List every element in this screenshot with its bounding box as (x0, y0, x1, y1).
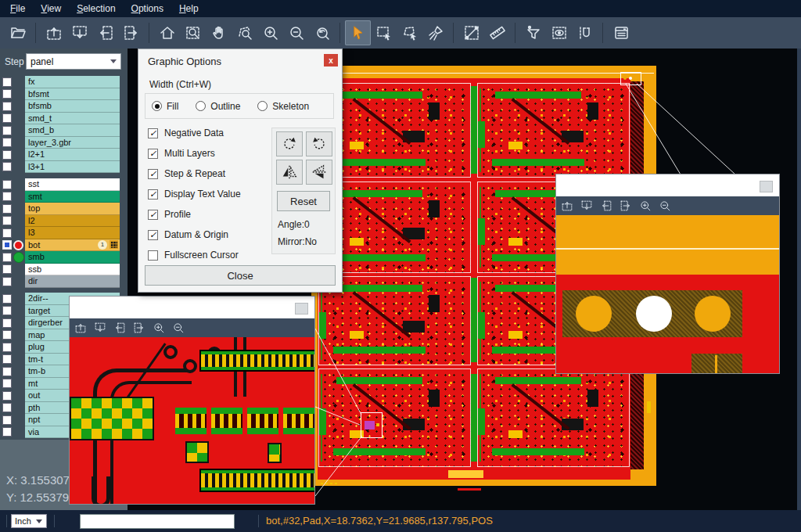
layer-name[interactable]: l3 (25, 227, 120, 239)
layer-visibility-checkbox[interactable] (2, 343, 12, 352)
layer-visibility-checkbox[interactable] (2, 318, 12, 328)
close-button[interactable]: Close (145, 265, 336, 286)
layer-row[interactable]: top (0, 203, 128, 215)
layer-visibility-checkbox[interactable] (2, 150, 12, 160)
move-right-icon[interactable] (620, 200, 632, 212)
layer-visibility-checkbox[interactable] (2, 415, 12, 425)
measure-distance-icon[interactable] (458, 20, 484, 45)
layer-visibility-checkbox[interactable] (2, 427, 12, 437)
layer-row[interactable]: ssb (0, 264, 128, 276)
layer-visibility-checkbox[interactable] (2, 264, 12, 274)
radio-outline[interactable]: Outline (196, 101, 240, 112)
zoom-out-icon[interactable] (283, 20, 309, 45)
layer-row[interactable]: bfsmb (0, 100, 128, 113)
layer-name[interactable]: smd_b (25, 124, 120, 137)
move-up-icon[interactable] (74, 322, 87, 334)
layer-name[interactable]: l3+1 (25, 161, 120, 174)
menu-options[interactable]: Options (126, 1, 169, 16)
layer-visibility-checkbox[interactable] (2, 391, 12, 401)
unit-select[interactable]: Inch (11, 514, 47, 528)
move-up-icon[interactable] (561, 200, 573, 212)
home-view-icon[interactable] (154, 20, 180, 45)
layer-visibility-checkbox[interactable] (2, 306, 12, 315)
menu-help[interactable]: Help (174, 1, 204, 16)
mirror-vertical-icon[interactable] (306, 160, 332, 185)
ruler-icon[interactable] (484, 20, 510, 45)
checkbox-profile[interactable]: ✓Profile (148, 209, 191, 220)
move-down-icon[interactable] (66, 20, 92, 45)
layer-name[interactable]: bfsmb (25, 100, 120, 113)
layer-name[interactable]: top (25, 203, 120, 215)
layer-visibility-checkbox[interactable] (2, 330, 12, 340)
zoom-previous-icon[interactable] (309, 20, 335, 45)
layer-visibility-checkbox[interactable] (2, 89, 12, 99)
window-menu-button[interactable] (760, 181, 773, 192)
layer-row[interactable]: smd_t (0, 113, 128, 125)
snap-magnet-icon[interactable] (572, 20, 598, 45)
rotate-cw-icon[interactable] (276, 131, 303, 156)
layer-name[interactable]: sst (25, 178, 120, 191)
layer-visibility-checkbox[interactable] (2, 113, 12, 123)
zoom-window-icon[interactable] (180, 20, 206, 45)
layer-visibility-checkbox[interactable] (2, 403, 12, 412)
checkbox-multi-layers[interactable]: ✓Multi Layers (148, 148, 215, 159)
layer-row[interactable]: l3+1 (0, 161, 128, 174)
magnifier-view[interactable] (556, 215, 779, 373)
magnifier-window-left[interactable] (69, 296, 315, 505)
menu-file[interactable]: File (5, 1, 31, 16)
magnifier-view[interactable] (70, 337, 314, 504)
pan-hand-icon[interactable] (206, 20, 232, 45)
move-left-icon[interactable] (113, 322, 126, 334)
polygon-select-icon[interactable] (397, 20, 422, 45)
layer-visibility-checkbox[interactable] (2, 162, 12, 171)
menu-selection[interactable]: Selection (71, 1, 120, 16)
layer-name[interactable]: ssb (25, 264, 120, 276)
zoom-in-icon[interactable] (639, 200, 652, 212)
layer-panel-icon[interactable] (608, 20, 634, 45)
zoom-in-icon[interactable] (257, 20, 283, 45)
magnifier-titlebar[interactable] (556, 174, 779, 196)
layer-visibility-checkbox[interactable] (2, 228, 12, 238)
layer-row[interactable]: bfsmt (0, 88, 128, 101)
layer-name[interactable]: l2+1 (25, 149, 120, 161)
move-left-icon[interactable] (600, 200, 612, 212)
layer-row[interactable]: sst (0, 178, 128, 191)
layer-name[interactable]: smb (25, 251, 120, 264)
move-left-icon[interactable] (92, 20, 118, 45)
layer-visibility-checkbox[interactable] (2, 216, 12, 225)
layer-visibility-checkbox[interactable] (2, 102, 12, 111)
layer-visibility-checkbox[interactable] (2, 379, 12, 388)
view-options-icon[interactable] (546, 20, 572, 45)
layer-name[interactable]: dir (25, 275, 120, 288)
layer-name[interactable]: fx (25, 76, 120, 88)
layer-visibility-checkbox[interactable] (2, 77, 12, 87)
step-select[interactable]: panel (26, 53, 121, 70)
rect-select-icon[interactable] (371, 20, 397, 45)
zoom-out-icon[interactable] (172, 322, 185, 334)
layer-name[interactable]: bfsmt (25, 88, 120, 101)
reset-button[interactable]: Reset (277, 191, 330, 211)
layer-visibility-checkbox[interactable] (2, 180, 12, 189)
layer-name[interactable]: layer_3.gbr (25, 137, 120, 149)
layer-visibility-checkbox[interactable] (2, 192, 12, 201)
layer-name[interactable]: bot1 (25, 239, 120, 252)
radio-skeleton[interactable]: Skeleton (257, 101, 309, 112)
mirror-horizontal-icon[interactable] (276, 160, 303, 185)
zoom-in-icon[interactable] (153, 322, 165, 334)
layer-visibility-checkbox[interactable] (2, 294, 12, 304)
layer-name[interactable]: smt (25, 191, 120, 203)
move-down-icon[interactable] (94, 322, 106, 334)
checkbox-datum-origin[interactable]: ✓Datum & Origin (148, 229, 228, 240)
graphic-options-dialog[interactable]: Graphic Options x Width (Ctrl+W) Fill Ou… (138, 49, 343, 293)
rotate-ccw-icon[interactable] (306, 131, 332, 156)
layer-visibility-checkbox[interactable] (2, 138, 12, 147)
layer-row[interactable]: dir (0, 275, 128, 288)
layer-visibility-checkbox[interactable] (2, 354, 12, 364)
move-right-icon[interactable] (133, 322, 145, 334)
close-icon[interactable]: x (324, 54, 338, 66)
magnifier-window-right[interactable] (555, 174, 780, 374)
layer-name[interactable]: l2 (25, 215, 120, 228)
layer-visibility-checkbox[interactable] (2, 253, 12, 262)
open-folder-icon[interactable] (5, 20, 31, 45)
layer-row[interactable]: l3 (0, 227, 128, 239)
